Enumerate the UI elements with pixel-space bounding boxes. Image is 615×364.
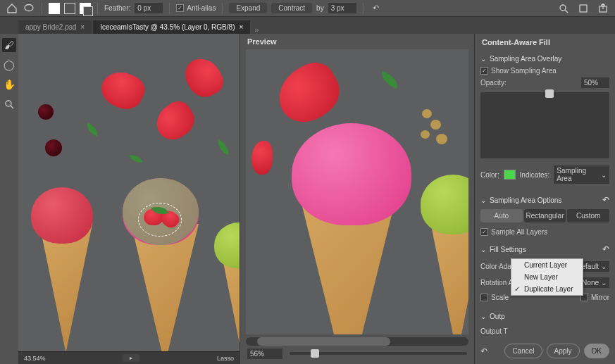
sample-all-checkbox[interactable]: Sample All Layers [480,228,609,236]
ok-button[interactable]: OK [584,344,609,358]
tab-label: IceceamIsTasty @ 43.5% (Layer 0, RGB/8) [100,23,235,31]
reset-icon[interactable]: ↶ [602,195,609,205]
by-label: by [316,4,324,12]
dropdown-item-duplicate-layer[interactable]: Duplicate Layer [511,283,583,295]
preview-header: Preview [240,34,474,49]
divider [42,3,42,14]
sampling-brush-tool[interactable]: 🖌 [2,38,16,52]
tab-label: appy Bride2.psd [25,23,76,31]
undo-icon[interactable]: ↶ [370,2,383,15]
chevron-down-icon: ⌄ [601,263,607,270]
mode-custom-button[interactable]: Custom [567,209,609,222]
preview-image[interactable] [246,49,468,334]
color-swatch[interactable] [504,170,516,180]
opacity-slider[interactable] [480,92,609,158]
mode-auto-button[interactable]: Auto [480,209,523,222]
preview-scrollbar[interactable] [246,337,468,346]
show-sampling-checkbox[interactable]: Show Sampling Area [480,67,609,75]
close-icon[interactable]: × [80,23,85,31]
reset-all-icon[interactable]: ↶ [480,346,487,356]
sampling-options-header[interactable]: ⌄ Sampling Area Options ↶ [480,191,609,209]
source-image [18,34,240,351]
content-aware-panel: Content-Aware Fill ⌄ Sampling Area Overl… [474,34,615,364]
dropdown-item-new-layer[interactable]: New Layer [511,271,583,283]
tab-bar: appy Bride2.psd× IceceamIsTasty @ 43.5% … [0,17,615,34]
divider [222,3,223,14]
svg-rect-3 [580,5,587,12]
antialias-label: Anti-alias [187,4,216,12]
arrange-icon[interactable] [577,2,590,15]
dropdown-item-current-layer[interactable]: Current Layer [511,259,583,271]
apply-button[interactable]: Apply [547,344,580,358]
expand-button[interactable]: Expand [229,3,267,13]
feather-input[interactable] [135,3,163,13]
chevron-down-icon: ⌄ [601,171,607,179]
opacity-input[interactable] [581,77,609,88]
scale-label: Scale [491,294,509,301]
chevron-down-icon: ⌄ [480,246,486,253]
fill-settings-header[interactable]: ⌄ Fill Settings ↶ [480,240,609,258]
by-input[interactable] [328,3,356,13]
lasso-icon[interactable] [23,2,35,15]
home-icon[interactable] [6,2,18,15]
output-settings-header[interactable]: ⌄ Outp [480,308,609,325]
preview-zoom-slider[interactable] [290,352,467,355]
divider [363,3,364,14]
show-sampling-label: Show Sampling Area [491,67,557,75]
dialog-buttons: ↶ Cancel Apply OK [480,338,609,364]
close-icon[interactable]: × [239,23,243,31]
left-toolbar: 🖌 ◯ ✋ [0,34,18,364]
tool-readout: Lasso [217,355,234,362]
svg-line-2 [565,10,568,13]
add-selection-icon[interactable] [64,3,75,14]
section-label: Fill Settings [490,246,526,253]
mirror-label: Mirror [591,294,609,301]
reset-icon[interactable]: ↶ [602,244,609,254]
tab-file-1[interactable]: appy Bride2.psd× [18,20,92,34]
rot-adapt-select[interactable]: None⌄ [579,277,609,288]
sampling-overlay-header[interactable]: ⌄ Sampling Area Overlay [480,51,609,67]
new-selection-icon[interactable] [49,3,60,14]
chevron-down-icon: ⌄ [480,313,486,320]
mirror-checkbox[interactable]: Mirror [580,294,609,301]
options-bar: Feather: Anti-alias Expand Contract by ↶ [0,0,615,17]
svg-point-0 [25,4,33,11]
mode-rect-button[interactable]: Rectangular [524,209,566,222]
panel-title: Content-Aware Fill [480,34,609,51]
search-icon[interactable] [557,2,570,15]
sample-all-label: Sample All Layers [491,228,547,236]
section-label: Sampling Area Overlay [490,55,561,63]
preview-panel: Preview [240,34,474,364]
chevron-down-icon: ⌄ [480,55,486,63]
indicates-label: Indicates: [520,171,550,179]
svg-line-6 [11,106,13,108]
zoom-tool[interactable] [2,97,16,111]
lasso-tool[interactable]: ◯ [2,58,16,72]
status-expand-icon[interactable]: ▸ [123,354,139,362]
tab-overflow-icon[interactable]: » [254,25,259,34]
section-label: Sampling Area Options [490,196,561,204]
chevron-down-icon: ⌄ [601,279,607,287]
svg-point-1 [560,5,566,11]
tab-file-2[interactable]: IceceamIsTasty @ 43.5% (Layer 0, RGB/8)× [93,20,250,34]
contract-button[interactable]: Contract [271,3,312,13]
preview-zoom-input[interactable] [247,349,282,359]
section-label: Outp [490,313,505,320]
antialias-checkbox[interactable]: Anti-alias [176,4,216,12]
share-icon[interactable] [597,2,609,15]
color-label: Color: [480,171,499,179]
output-to-label: Output T [480,327,508,335]
cancel-button[interactable]: Cancel [504,344,542,358]
subtract-selection-icon[interactable] [80,3,91,14]
divider [97,3,98,14]
scale-checkbox[interactable]: Scale [480,294,509,301]
divider [169,3,170,14]
source-canvas[interactable]: 43.54% ▸ Lasso [18,34,240,364]
indicates-select[interactable]: Sampling Area⌄ [554,165,609,184]
output-to-dropdown: Current Layer New Layer Duplicate Layer [511,258,583,296]
opacity-label: Opacity: [480,79,507,87]
zoom-readout: 43.54% [24,355,46,362]
hand-tool[interactable]: ✋ [2,77,16,92]
preview-zoom-controls [240,349,474,364]
chevron-down-icon: ⌄ [480,196,486,204]
